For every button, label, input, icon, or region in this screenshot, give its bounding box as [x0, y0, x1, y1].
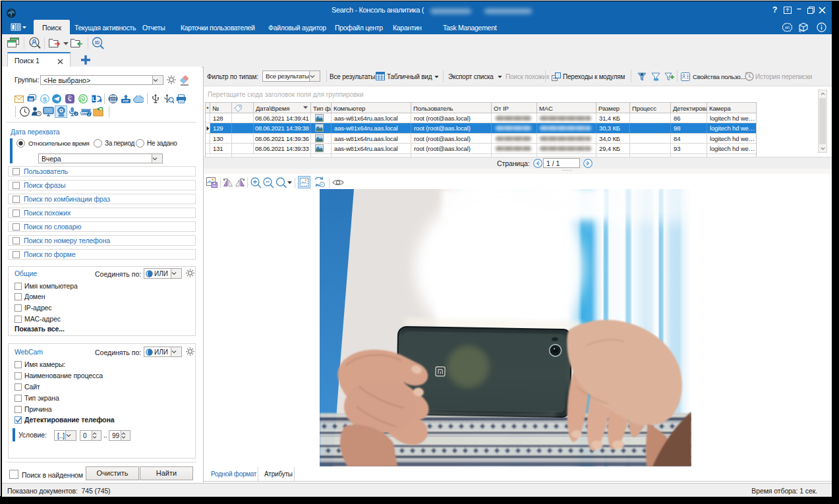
svg-text:S: S [43, 96, 47, 103]
svg-text:HTTP: HTTP [110, 98, 117, 101]
svg-text:IM: IM [29, 98, 34, 101]
svg-text:AFI: AFI [785, 26, 790, 30]
svg-text:L: L [92, 96, 96, 102]
svg-text:ID: ID [95, 40, 100, 45]
svg-text:FTP: FTP [123, 99, 129, 103]
